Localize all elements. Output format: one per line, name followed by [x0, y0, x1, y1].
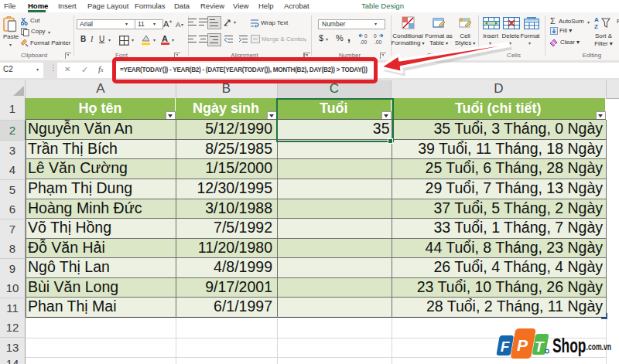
svg-text:.com.vn: .com.vn [587, 342, 612, 352]
svg-text:F: F [501, 338, 511, 355]
svg-text:P: P [517, 336, 528, 354]
svg-text:T: T [535, 338, 545, 355]
svg-text:.00: .00 [360, 39, 367, 45]
svg-text:0: 0 [364, 33, 368, 39]
svg-text:Shop: Shop [552, 334, 587, 357]
